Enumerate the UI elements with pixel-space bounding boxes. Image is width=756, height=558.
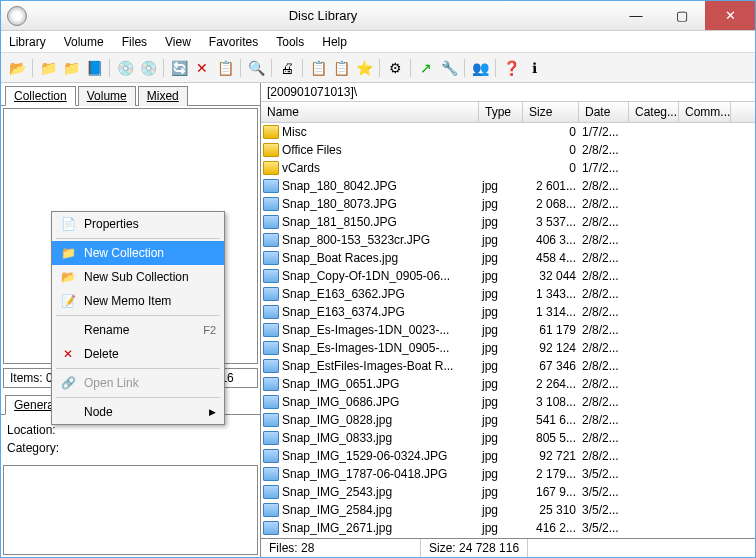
image-icon	[263, 323, 279, 337]
delete-icon[interactable]: ✕	[192, 58, 212, 78]
file-row[interactable]: Snap_E163_6362.JPGjpg1 343...2/8/2...	[261, 285, 755, 303]
export-icon[interactable]: ↗	[416, 58, 436, 78]
menu-volume[interactable]: Volume	[64, 35, 104, 49]
gear-icon[interactable]: ⚙	[385, 58, 405, 78]
open-icon[interactable]: 📂	[7, 58, 27, 78]
file-row[interactable]: Office Files02/8/2...	[261, 141, 755, 159]
col-type[interactable]: Type	[479, 102, 523, 122]
file-row[interactable]: Snap_IMG_2543.jpgjpg167 9...3/5/2...	[261, 483, 755, 501]
ctx-new-memo-item[interactable]: 📝New Memo Item	[52, 289, 224, 313]
favorite-icon[interactable]: ⭐	[354, 58, 374, 78]
menu-library[interactable]: Library	[9, 35, 46, 49]
file-row[interactable]: Snap_EstFiles-Images-Boat R...jpg67 3462…	[261, 357, 755, 375]
titlebar: Disc Library — ▢ ✕	[1, 1, 755, 31]
paste-icon[interactable]: 📋	[331, 58, 351, 78]
file-row[interactable]: vCards01/7/2...	[261, 159, 755, 177]
menu-favorites[interactable]: Favorites	[209, 35, 258, 49]
col-name[interactable]: Name	[261, 102, 479, 122]
users-icon[interactable]: 👥	[470, 58, 490, 78]
book-icon[interactable]: 📘	[84, 58, 104, 78]
bottom-status: Files: 28 Size: 24 728 116	[261, 538, 755, 557]
tab-mixed[interactable]: Mixed	[138, 86, 188, 106]
col-categ[interactable]: Categ...	[629, 102, 679, 122]
help-icon[interactable]: ❓	[501, 58, 521, 78]
file-row[interactable]: Snap_IMG_2584.jpgjpg25 3103/5/2...	[261, 501, 755, 519]
file-date: 2/8/2...	[582, 449, 632, 463]
file-size: 0	[526, 143, 582, 157]
file-row[interactable]: Snap_E163_6374.JPGjpg1 314...2/8/2...	[261, 303, 755, 321]
file-type: jpg	[482, 395, 526, 409]
image-icon	[263, 467, 279, 481]
file-row[interactable]: Snap_IMG_1787-06-0418.JPGjpg2 179...3/5/…	[261, 465, 755, 483]
file-size: 167 9...	[526, 485, 582, 499]
disc-icon[interactable]: 💿	[115, 58, 135, 78]
category-label: Category:	[7, 441, 254, 455]
file-size: 92 721	[526, 449, 582, 463]
file-row[interactable]: Snap_IMG_1529-06-0324.JPGjpg92 7212/8/2.…	[261, 447, 755, 465]
file-type: jpg	[482, 341, 526, 355]
file-row[interactable]: Snap_180_8042.JPGjpg2 601...2/8/2...	[261, 177, 755, 195]
folder-icon[interactable]: 📁	[38, 58, 58, 78]
menu-tools[interactable]: Tools	[276, 35, 304, 49]
menu-view[interactable]: View	[165, 35, 191, 49]
file-name: Snap_IMG_1529-06-0324.JPG	[282, 449, 482, 463]
disc-add-icon[interactable]: 💿	[138, 58, 158, 78]
ctx-new-collection[interactable]: 📁New Collection	[52, 241, 224, 265]
file-row[interactable]: Snap_Boat Races.jpgjpg458 4...2/8/2...	[261, 249, 755, 267]
image-icon	[263, 269, 279, 283]
ctx-delete[interactable]: ✕Delete	[52, 342, 224, 366]
file-list[interactable]: Misc01/7/2...Office Files02/8/2...vCards…	[261, 123, 755, 538]
maximize-button[interactable]: ▢	[659, 1, 705, 30]
close-button[interactable]: ✕	[705, 1, 755, 30]
file-name: Snap_IMG_2584.jpg	[282, 503, 482, 517]
file-row[interactable]: Snap_181_8150.JPGjpg3 537...2/8/2...	[261, 213, 755, 231]
info-icon[interactable]: ℹ	[524, 58, 544, 78]
file-row[interactable]: Snap_IMG_0828.jpgjpg541 6...2/8/2...	[261, 411, 755, 429]
ctx-properties[interactable]: 📄Properties	[52, 212, 224, 236]
file-row[interactable]: Snap_Copy-Of-1DN_0905-06...jpg32 0442/8/…	[261, 267, 755, 285]
print-icon[interactable]: 🖨	[277, 58, 297, 78]
file-date: 2/8/2...	[582, 323, 632, 337]
file-size: 406 3...	[526, 233, 582, 247]
file-row[interactable]: Snap_800-153_5323cr.JPGjpg406 3...2/8/2.…	[261, 231, 755, 249]
file-row[interactable]: Snap_IMG_0833.jpgjpg805 5...2/8/2...	[261, 429, 755, 447]
ctx-label: Rename	[84, 323, 195, 337]
file-row[interactable]: Snap_Es-Images-1DN_0905-...jpg92 1242/8/…	[261, 339, 755, 357]
tab-collection[interactable]: Collection	[5, 86, 76, 106]
file-size: 25 310	[526, 503, 582, 517]
col-size[interactable]: Size	[523, 102, 579, 122]
file-row[interactable]: Misc01/7/2...	[261, 123, 755, 141]
file-size: 2 179...	[526, 467, 582, 481]
file-row[interactable]: Snap_IMG_2671.jpgjpg416 2...3/5/2...	[261, 519, 755, 537]
menu-files[interactable]: Files	[122, 35, 147, 49]
ctx-icon: 📂	[60, 269, 76, 285]
ctx-rename[interactable]: RenameF2	[52, 318, 224, 342]
left-tabs: CollectionVolumeMixed	[1, 83, 260, 106]
folder-icon	[263, 161, 279, 175]
copy-icon[interactable]: 📋	[308, 58, 328, 78]
file-type: jpg	[482, 449, 526, 463]
menu-help[interactable]: Help	[322, 35, 347, 49]
tab-volume[interactable]: Volume	[78, 86, 136, 106]
ctx-node[interactable]: Node▶	[52, 400, 224, 424]
file-type: jpg	[482, 503, 526, 517]
file-date: 3/5/2...	[582, 467, 632, 481]
ctx-new-sub-collection[interactable]: 📂New Sub Collection	[52, 265, 224, 289]
ctx-icon: 📝	[60, 293, 76, 309]
file-row[interactable]: Snap_180_8073.JPGjpg2 068...2/8/2...	[261, 195, 755, 213]
file-type: jpg	[482, 269, 526, 283]
folder-add-icon[interactable]: 📁	[61, 58, 81, 78]
file-row[interactable]: Snap_Es-Images-1DN_0023-...jpg61 1792/8/…	[261, 321, 755, 339]
col-comm[interactable]: Comm...	[679, 102, 731, 122]
file-date: 2/8/2...	[582, 215, 632, 229]
search-icon[interactable]: 🔍	[246, 58, 266, 78]
refresh-icon[interactable]: 🔄	[169, 58, 189, 78]
file-type: jpg	[482, 197, 526, 211]
minimize-button[interactable]: —	[613, 1, 659, 30]
file-type: jpg	[482, 485, 526, 499]
col-date[interactable]: Date	[579, 102, 629, 122]
file-row[interactable]: Snap_IMG_0651.JPGjpg2 264...2/8/2...	[261, 375, 755, 393]
properties-icon[interactable]: 📋	[215, 58, 235, 78]
file-row[interactable]: Snap_IMG_0686.JPGjpg3 108...2/8/2...	[261, 393, 755, 411]
tool-icon[interactable]: 🔧	[439, 58, 459, 78]
